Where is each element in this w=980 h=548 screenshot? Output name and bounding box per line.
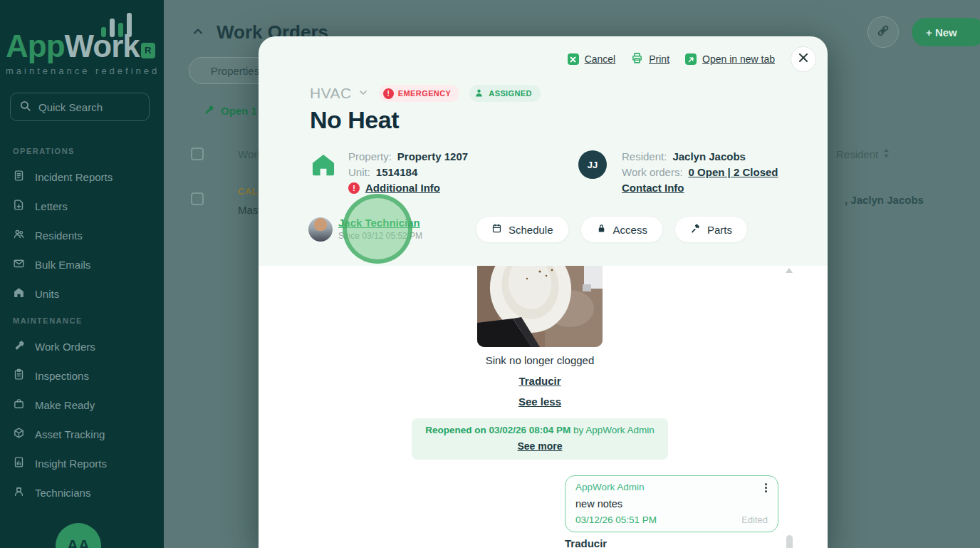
sidebar-item-label: Insight Reports — [35, 457, 107, 470]
sidebar-item-label: Inspections — [35, 370, 89, 382]
comment-card: AppWork Admin new notes 03/12/26 05:51 P… — [565, 475, 778, 532]
reopened-label: Reopened on — [425, 425, 486, 435]
sidebar-item-technicians[interactable]: Technicians — [13, 482, 155, 502]
person-icon — [474, 88, 484, 100]
scrollbar-thumb[interactable] — [786, 535, 793, 548]
row-checkbox[interactable] — [191, 192, 204, 205]
comment-author: AppWork Admin — [575, 482, 768, 492]
sidebar-item-label: Asset Tracking — [35, 428, 105, 440]
open-new-tab-icon — [685, 53, 697, 65]
parts-label: Parts — [707, 224, 732, 236]
close-icon — [798, 53, 808, 66]
quick-search[interactable] — [10, 93, 150, 121]
sidebar-item-label: Bulk Emails — [35, 259, 90, 271]
work-orders-icon — [13, 339, 25, 353]
tab-open-label: Open 1 — [221, 105, 257, 117]
work-orders-icon — [203, 104, 214, 118]
technician-since: Since 03/12 05:52 PM — [338, 231, 422, 241]
cancel-icon — [568, 53, 579, 65]
app-logo: AppWorkR maintenance redefined — [6, 29, 164, 76]
unit-label: Unit: — [348, 166, 370, 178]
exclamation-icon: ! — [383, 88, 394, 99]
category-dropdown[interactable]: HVAC — [310, 85, 369, 102]
kebab-menu-icon[interactable] — [761, 483, 771, 495]
sidebar-item-work-orders[interactable]: Work Orders — [13, 336, 155, 356]
open-in-new-tab-button[interactable]: Open in new tab — [685, 53, 775, 65]
residents-icon — [13, 228, 25, 242]
open-new-tab-label: Open in new tab — [702, 53, 775, 65]
see-more-link[interactable]: See more — [517, 440, 562, 452]
resident-name: Jaclyn Jacobs — [672, 150, 746, 162]
new-work-order-button[interactable]: + New — [912, 18, 980, 46]
sidebar-item-units[interactable]: Units — [13, 284, 155, 304]
copy-link-button[interactable] — [867, 16, 899, 48]
parts-button[interactable]: Parts — [674, 216, 748, 243]
sidebar-item-make-ready[interactable]: Make Ready — [13, 395, 155, 415]
resident-info: JJ Resident:Jaclyn Jacobs Work orders:0 … — [578, 149, 778, 196]
print-button[interactable]: Print — [631, 52, 669, 66]
additional-info-link[interactable]: Additional Info — [365, 182, 440, 194]
comment-translate-link[interactable]: Traducir — [565, 537, 607, 548]
cancel-button[interactable]: Cancel — [568, 53, 616, 65]
sidebar-item-label: Residents — [35, 229, 83, 242]
schedule-label: Schedule — [509, 224, 553, 236]
sidebar-item-label: Work Orders — [35, 341, 95, 353]
search-input[interactable] — [38, 101, 131, 113]
incident-reports-icon — [13, 170, 25, 184]
schedule-button[interactable]: Schedule — [476, 216, 569, 243]
contact-info-link[interactable]: Contact Info — [622, 182, 684, 194]
attachment-photo[interactable] — [477, 266, 603, 347]
scroll-up-icon[interactable] — [786, 268, 793, 273]
units-icon — [13, 286, 25, 301]
resident-avatar: JJ — [578, 150, 607, 179]
lock-icon — [596, 223, 607, 236]
sidebar-item-label: Technicians — [35, 487, 90, 499]
work-orders-label: Work orders: — [622, 166, 683, 178]
comment-text: new notes — [575, 498, 768, 510]
close-button[interactable] — [791, 46, 816, 72]
technician-avatar — [308, 217, 333, 242]
search-icon — [19, 100, 31, 115]
access-label: Access — [613, 224, 647, 236]
row-resident: , Jaclyn Jacobs — [845, 194, 924, 206]
translate-link[interactable]: Traducir — [259, 375, 821, 387]
comment-edited-flag: Edited — [741, 515, 768, 525]
access-button[interactable]: Access — [580, 216, 663, 243]
sidebar-item-incident-reports[interactable]: Incident Reports — [13, 167, 155, 187]
property-info: Property:Property 1207 Unit:1514184 !Add… — [348, 149, 468, 196]
unit-value: 1514184 — [376, 166, 417, 178]
select-all-checkbox[interactable] — [191, 148, 204, 160]
emergency-badge: ! EMERGENCY — [379, 85, 460, 102]
reopened-by: by AppWork Admin — [573, 425, 655, 435]
nav-section-operations: OPERATIONS — [13, 147, 155, 155]
assigned-label: ASSIGNED — [489, 89, 532, 98]
column-resident-label: Resident — [836, 148, 878, 160]
photo-caption: Sink no longer clogged — [259, 354, 821, 366]
collapse-chevron-icon[interactable] — [191, 24, 205, 41]
work-orders-count-link[interactable]: 0 Open | 2 Closed — [689, 166, 778, 178]
inspections-icon — [13, 368, 25, 383]
sidebar-item-label: Units — [35, 288, 59, 300]
user-avatar[interactable]: AA — [56, 523, 101, 548]
column-resident[interactable]: Resident — [836, 148, 890, 160]
sidebar-item-residents[interactable]: Residents — [13, 225, 155, 245]
tab-open[interactable]: Open 1 — [203, 104, 257, 118]
sidebar-item-letters[interactable]: Letters — [13, 196, 155, 216]
work-order-title: No Heat — [310, 106, 399, 134]
resident-label: Resident: — [622, 150, 667, 162]
sidebar-item-asset-tracking[interactable]: Asset Tracking — [13, 424, 155, 444]
assigned-badge: ASSIGNED — [469, 85, 541, 102]
see-less-link[interactable]: See less — [259, 396, 821, 408]
logo-registered-mark: R — [141, 43, 155, 58]
bulk-emails-icon — [13, 257, 25, 272]
emergency-label: EMERGENCY — [398, 89, 452, 98]
sidebar-item-bulk-emails[interactable]: Bulk Emails — [13, 254, 155, 274]
comment-date: 03/12/26 05:51 PM — [575, 515, 657, 525]
logo-bars-icon — [101, 13, 132, 37]
print-icon — [631, 52, 643, 66]
letters-icon — [13, 199, 25, 213]
technician-link[interactable]: Jack Technician — [338, 217, 420, 229]
sidebar-item-inspections[interactable]: Inspections — [13, 366, 155, 386]
sidebar-item-insight-reports[interactable]: Insight Reports — [13, 453, 155, 473]
sidebar-item-label: Make Ready — [35, 399, 95, 411]
